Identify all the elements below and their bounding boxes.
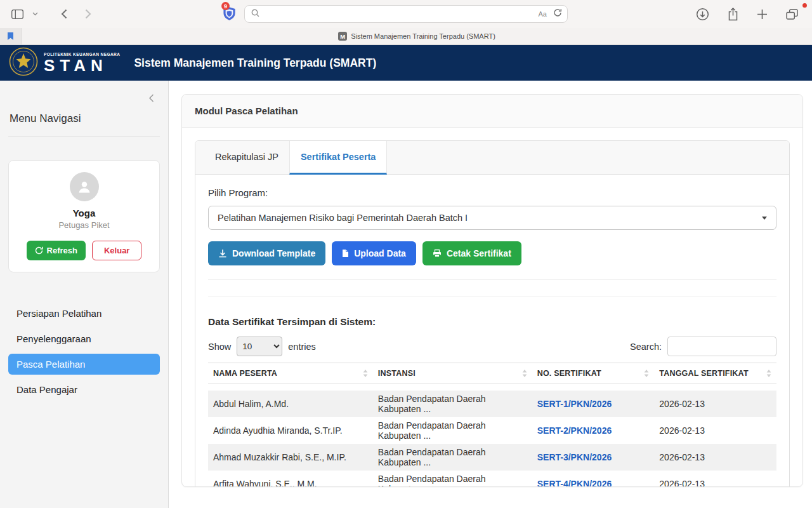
user-name: Yoga	[16, 208, 152, 218]
refresh-button[interactable]: Refresh	[27, 241, 86, 260]
chevron-down-icon	[762, 217, 767, 220]
user-card: Yoga Petugas Piket Refresh Keluar	[8, 160, 160, 272]
column-header-no-sertifikat[interactable]: NO. SERTIFIKAT	[532, 363, 655, 384]
browser-tab-active[interactable]: M Sistem Manajemen Training Terpadu (SMA…	[22, 28, 812, 44]
pinned-tab[interactable]	[0, 28, 22, 44]
forward-button-icon[interactable]	[82, 6, 94, 22]
cert-link[interactable]: SERT-3/PKN/2026	[537, 452, 612, 462]
show-label: Show	[208, 342, 231, 352]
downloads-icon[interactable]	[693, 5, 712, 23]
back-button-icon[interactable]	[58, 6, 70, 22]
program-label: Pilih Program:	[208, 187, 776, 198]
sort-icon	[522, 370, 527, 377]
download-template-button[interactable]: Download Template	[208, 241, 325, 265]
stan-logo	[9, 47, 38, 79]
tab-title: Sistem Manajemen Training Terpadu (SMART…	[351, 32, 495, 40]
reload-icon[interactable]	[553, 8, 562, 20]
sidebar: Menu Navigasi Yoga Petugas Piket Refresh…	[0, 81, 169, 508]
cell-instansi: Badan Pendapatan Daerah Kabupaten ...	[373, 444, 532, 471]
sidebar-item-pasca-pelatihan[interactable]: Pasca Pelatihan	[8, 354, 160, 375]
logout-button[interactable]: Keluar	[92, 241, 141, 260]
tab-sertifikat-peserta[interactable]: Sertifikat Peserta	[289, 141, 387, 175]
cell-tanggal: 2026-02-13	[654, 417, 776, 444]
cell-instansi: Badan Pendapatan Daerah Kabupaten ...	[373, 417, 532, 444]
cert-link[interactable]: SERT-4/PKN/2026	[537, 479, 612, 488]
logout-button-label: Keluar	[104, 246, 129, 255]
page-size-select[interactable]: 10	[237, 337, 282, 356]
brand-lockup: POLITEKNIK KEUANGAN NEGARA STAN	[44, 52, 120, 74]
cert-link[interactable]: SERT-2/PKN/2026	[537, 425, 612, 436]
sidebar-nav: Persiapan Pelatihan Penyelenggaraan Pasc…	[8, 303, 160, 400]
sidebar-menu-caret-icon[interactable]	[30, 10, 41, 18]
table-row: Ahmad Muzakkir Rabi, S.E., M.IP. Badan P…	[208, 444, 776, 471]
share-icon[interactable]	[725, 5, 741, 23]
divider	[208, 297, 776, 297]
cell-instansi: Badan Pendapatan Daerah Kabupaten ...	[373, 471, 532, 488]
program-select[interactable]: Pelatihan Manajemen Risiko bagi Pemerint…	[208, 206, 776, 230]
cell-nama: Arfita Wahyuni, S.E., M.M.	[208, 471, 373, 488]
cell-nama: Ahmad Muzakkir Rabi, S.E., M.IP.	[208, 444, 373, 471]
user-role: Petugas Piket	[16, 220, 152, 230]
sidebar-divider	[8, 137, 160, 137]
entries-label: entries	[288, 342, 316, 352]
program-select-value: Pelatihan Manajemen Risiko bagi Pemerint…	[218, 213, 468, 223]
sidebar-item-data-pengajar[interactable]: Data Pengajar	[8, 379, 160, 400]
address-bar-input[interactable]	[264, 10, 534, 18]
sidebar-item-persiapan-pelatihan[interactable]: Persiapan Pelatihan	[8, 303, 160, 324]
extension-shield-icon[interactable]: 9	[223, 6, 236, 21]
table-row: Abdul Halim, A.Md. Badan Pendapatan Daer…	[208, 391, 776, 417]
menu-title: Menu Navigasi	[8, 112, 160, 125]
sort-icon	[766, 370, 771, 377]
refresh-button-label: Refresh	[47, 246, 77, 255]
column-header-instansi[interactable]: INSTANSI	[373, 363, 532, 384]
browser-tabstrip: M Sistem Manajemen Training Terpadu (SMA…	[0, 28, 812, 45]
sort-icon	[644, 370, 649, 377]
column-header-tanggal-sertifikat[interactable]: TANGGAL SERTIFIKAT	[654, 363, 776, 384]
person-icon	[77, 179, 92, 194]
file-icon	[342, 249, 349, 258]
cetak-sertifikat-label: Cetak Sertifikat	[447, 248, 511, 258]
cell-nama: Abdul Halim, A.Md.	[208, 391, 373, 417]
page-settings-icon[interactable]: Aa	[539, 11, 547, 18]
sidebar-collapse-icon[interactable]	[148, 93, 154, 105]
download-icon	[218, 249, 227, 258]
cell-instansi: Badan Pendapatan Daerah Kabupaten ...	[373, 391, 532, 417]
address-bar[interactable]: Aa	[244, 5, 568, 23]
printer-icon	[433, 249, 442, 258]
cell-tanggal: 2026-02-13	[654, 391, 776, 417]
cetak-sertifikat-button[interactable]: Cetak Sertifikat	[422, 241, 521, 265]
cell-nama: Adinda Ayudhia Miranda, S.Tr.IP.	[208, 417, 373, 444]
tab-favicon: M	[338, 32, 347, 41]
table-row: Adinda Ayudhia Miranda, S.Tr.IP. Badan P…	[208, 417, 776, 444]
sort-icon	[363, 370, 368, 377]
new-tab-icon[interactable]	[754, 6, 770, 22]
divider	[208, 279, 776, 280]
cell-tanggal: 2026-02-13	[654, 444, 776, 471]
sidebar-item-penyelenggaraan[interactable]: Penyelenggaraan	[8, 328, 160, 349]
table-row: Arfita Wahyuni, S.E., M.M. Badan Pendapa…	[208, 471, 776, 488]
screen: 9 Aa	[0, 0, 812, 508]
upload-data-button[interactable]: Upload Data	[332, 241, 416, 265]
main-content: Modul Pasca Pelatihan Rekapitulasi JP Se…	[169, 81, 812, 508]
table-search-input[interactable]	[667, 337, 776, 356]
tab-rekapitulasi-jp[interactable]: Rekapitulasi JP	[204, 141, 289, 174]
module-title: Modul Pasca Pelatihan	[182, 95, 802, 128]
cert-link[interactable]: SERT-1/PKN/2026	[537, 399, 612, 409]
table-header-row: NAMA PESERTA INSTANSI	[208, 363, 776, 384]
app-title: Sistem Manajemen Training Terpadu (SMART…	[134, 57, 376, 70]
recording-indicator-dot	[802, 3, 807, 8]
sertifikat-table: NAMA PESERTA INSTANSI	[208, 363, 776, 487]
tab-overview-icon[interactable]	[783, 6, 801, 22]
panel-tabs: Rekapitulasi JP Sertifikat Peserta	[195, 141, 789, 175]
column-header-nama-peserta[interactable]: NAMA PESERTA	[208, 363, 373, 384]
sidebar-toggle-icon[interactable]	[9, 7, 26, 22]
cell-tanggal: 2026-02-13	[654, 471, 776, 488]
module-card: Modul Pasca Pelatihan Rekapitulasi JP Se…	[181, 94, 803, 487]
refresh-icon	[35, 246, 43, 255]
search-icon	[251, 8, 259, 20]
browser-toolbar: 9 Aa	[0, 0, 812, 28]
pinned-tab-icon	[7, 32, 14, 41]
table-section-title: Data Sertifikat Tersimpan di Sistem:	[208, 316, 776, 328]
app-header: POLITEKNIK KEUANGAN NEGARA STAN Sistem M…	[0, 45, 812, 81]
brand-main-text: STAN	[44, 57, 120, 74]
